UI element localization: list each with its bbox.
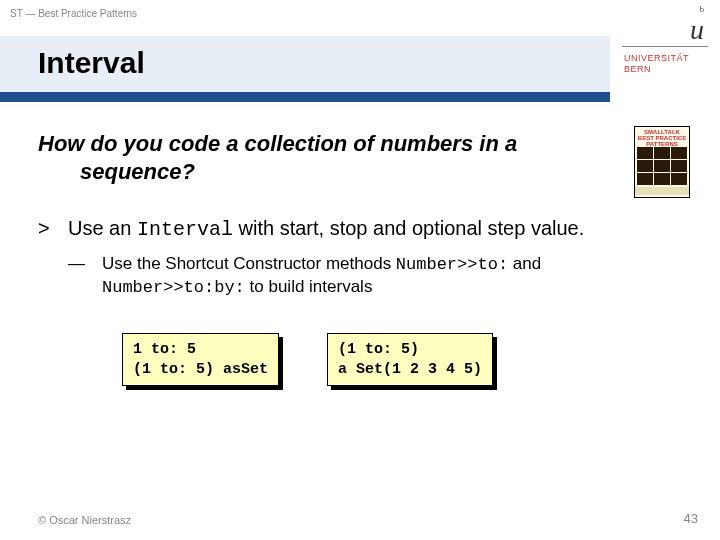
inline-code: Number>>to: bbox=[396, 255, 508, 274]
bullet-main: > Use an Interval with start, stop and o… bbox=[38, 215, 682, 243]
copyright: © Oscar Nierstrasz bbox=[38, 514, 131, 526]
university-logo: b u UNIVERSITÄTBERN bbox=[610, 0, 720, 102]
page-number: 43 bbox=[684, 511, 698, 526]
code-examples: 1 to: 5 (1 to: 5) asSet (1 to: 5) a Set(… bbox=[38, 333, 682, 386]
code-content-left: 1 to: 5 (1 to: 5) asSet bbox=[122, 333, 279, 386]
code-content-right: (1 to: 5) a Set(1 2 3 4 5) bbox=[327, 333, 493, 386]
sub-bullet-text: Use the Shortcut Constructor methods Num… bbox=[102, 253, 682, 299]
inline-code: Number>>to:by: bbox=[102, 278, 245, 297]
sub-bullet-marker: — bbox=[68, 253, 102, 299]
logo-main-letter: u bbox=[610, 22, 720, 39]
inline-code: Interval bbox=[137, 218, 233, 241]
bullet-marker: > bbox=[38, 215, 68, 243]
logo-divider bbox=[622, 46, 708, 47]
logo-text: UNIVERSITÄTBERN bbox=[610, 53, 720, 75]
code-box-right: (1 to: 5) a Set(1 2 3 4 5) bbox=[327, 333, 493, 386]
slide-content: How do you code a collection of numbers … bbox=[38, 130, 682, 386]
bullet-text: Use an Interval with start, stop and opt… bbox=[68, 215, 682, 243]
code-box-left: 1 to: 5 (1 to: 5) asSet bbox=[122, 333, 279, 386]
sub-bullet: — Use the Shortcut Constructor methods N… bbox=[38, 253, 682, 299]
question-heading: How do you code a collection of numbers … bbox=[38, 130, 682, 185]
